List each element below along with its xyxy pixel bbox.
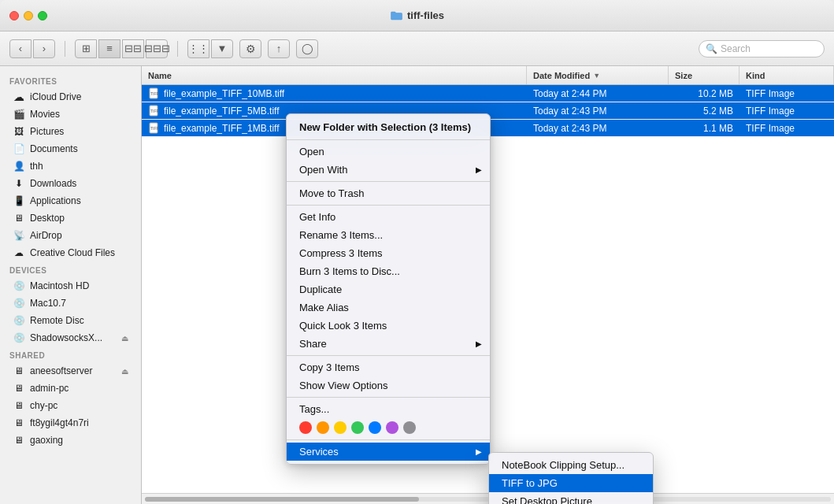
- context-menu-burn[interactable]: Burn 3 Items to Disc...: [287, 262, 490, 280]
- file-cell-date-1: Today at 2:44 PM: [527, 88, 669, 99]
- context-menu-share[interactable]: Share: [287, 335, 490, 353]
- sidebar-item-downloads[interactable]: ⬇ Downloads: [3, 175, 138, 192]
- sidebar-item-applications[interactable]: 📱 Applications: [3, 192, 138, 209]
- sidebar-item-desktop[interactable]: 🖥 Desktop: [3, 209, 138, 227]
- new-folder-label: New Folder with Selection (3 Items): [299, 121, 471, 133]
- file-cell-name-1: TIFF file_example_TIFF_10MB.tiff: [142, 87, 527, 100]
- file-cell-size-3: 1.1 MB: [669, 123, 739, 134]
- macintosh-hd-icon: 💿: [13, 280, 25, 292]
- sidebar-item-airdrop[interactable]: 📡 AirDrop: [3, 227, 138, 244]
- sidebar-item-remote-disc[interactable]: 💿 Remote Disc: [3, 312, 138, 329]
- sidebar-item-documents[interactable]: 📄 Documents: [3, 140, 138, 158]
- eject-icon-aneesoftserver[interactable]: ⏏: [121, 367, 128, 376]
- context-menu-make-alias[interactable]: Make Alias: [287, 298, 490, 317]
- view-extra-button[interactable]: ⋮⋮: [187, 39, 209, 58]
- aneesoftserver-icon: 🖥: [13, 365, 25, 377]
- sidebar-item-thh[interactable]: 👤 thh: [3, 158, 138, 175]
- tag-gray[interactable]: [403, 421, 416, 434]
- sidebar-label-documents: Documents: [30, 143, 78, 154]
- context-menu-copy[interactable]: Copy 3 Items: [287, 358, 490, 376]
- search-box[interactable]: 🔍 Search: [699, 40, 825, 57]
- share-button[interactable]: ↑: [268, 39, 290, 58]
- submenu-set-desktop[interactable]: Set Desktop Picture: [489, 492, 653, 504]
- view-list-button[interactable]: ≡: [98, 39, 120, 58]
- burn-label: Burn 3 Items to Disc...: [299, 265, 400, 277]
- action-button[interactable]: ⚙: [239, 39, 261, 58]
- col-header-kind[interactable]: Kind: [739, 66, 834, 84]
- file-cell-kind-1: TIFF Image: [739, 88, 834, 99]
- tag-yellow[interactable]: [334, 421, 347, 434]
- scrollbar-thumb[interactable]: [145, 497, 419, 502]
- sidebar-item-pictures[interactable]: 🖼 Pictures: [3, 123, 138, 140]
- submenu-notebook-clipping[interactable]: NoteBook Clipping Setup...: [489, 456, 653, 474]
- compress-label: Compress 3 Items: [299, 247, 382, 259]
- col-kind-label: Kind: [746, 71, 765, 80]
- open-with-label: Open With: [299, 164, 347, 176]
- view-buttons: ⊞ ≡ ⊟⊟ ⊟⊟⊟: [75, 39, 168, 58]
- col-header-size[interactable]: Size: [669, 66, 739, 84]
- svg-text:TIFF: TIFF: [150, 91, 159, 96]
- sidebar-item-admin-pc[interactable]: 🖥 admin-pc: [3, 380, 138, 397]
- view-icon-button[interactable]: ⊞: [75, 39, 97, 58]
- sidebar-item-mac10-7[interactable]: 💿 Mac10.7: [3, 295, 138, 312]
- sidebar-item-gaoxing[interactable]: 🖥 gaoxing: [3, 432, 138, 449]
- tag-green[interactable]: [351, 421, 364, 434]
- copy-label: Copy 3 Items: [299, 361, 360, 373]
- tag-orange[interactable]: [317, 421, 329, 434]
- submenu-tiff-to-jpg[interactable]: TIFF to JPG: [489, 474, 653, 492]
- context-menu-move-trash[interactable]: Move to Trash: [287, 184, 490, 202]
- col-header-name[interactable]: Name: [142, 66, 527, 84]
- set-desktop-label: Set Desktop Picture: [502, 495, 592, 504]
- context-menu-services[interactable]: Services: [287, 443, 490, 461]
- sidebar-label-creative-cloud: Creative Cloud Files: [30, 247, 115, 258]
- eject-icon-shadowsocks[interactable]: ⏏: [121, 334, 128, 343]
- sidebar-item-movies[interactable]: 🎬 Movies: [3, 106, 138, 123]
- back-button[interactable]: ‹: [9, 39, 32, 58]
- context-menu-new-folder[interactable]: New Folder with Selection (3 Items): [287, 117, 490, 137]
- sidebar: Favorites ☁ iCloud Drive 🎬 Movies 🖼 Pict…: [0, 66, 142, 504]
- tag-purple[interactable]: [386, 421, 398, 434]
- sidebar-label-admin-pc: admin-pc: [30, 383, 69, 394]
- get-info-label: Get Info: [299, 211, 335, 223]
- col-size-label: Size: [675, 71, 692, 80]
- sidebar-label-pictures: Pictures: [30, 126, 64, 137]
- maximize-button[interactable]: [38, 11, 47, 20]
- context-menu-tags[interactable]: Tags...: [287, 400, 490, 418]
- context-menu-compress[interactable]: Compress 3 Items: [287, 244, 490, 262]
- sidebar-item-macintosh-hd[interactable]: 💿 Macintosh HD: [3, 277, 138, 295]
- sidebar-item-aneesoftserver[interactable]: 🖥 aneesoftserver ⏏: [3, 362, 138, 380]
- context-menu-open-with[interactable]: Open With: [287, 161, 490, 179]
- close-button[interactable]: [9, 11, 19, 20]
- desktop-icon: 🖥: [13, 212, 25, 224]
- search-icon: 🔍: [706, 43, 717, 54]
- sidebar-item-creative-cloud[interactable]: ☁ Creative Cloud Files: [3, 244, 138, 261]
- context-menu-duplicate[interactable]: Duplicate: [287, 280, 490, 298]
- sidebar-item-chy-pc[interactable]: 🖥 chy-pc: [3, 397, 138, 414]
- minimize-button[interactable]: [24, 11, 33, 20]
- sidebar-item-shadowsocks[interactable]: 💿 ShadowsocksX... ⏏: [3, 329, 138, 346]
- file-cell-size-2: 5.2 MB: [669, 106, 739, 117]
- sidebar-item-icloud-drive[interactable]: ☁ iCloud Drive: [3, 88, 138, 106]
- context-menu-get-info[interactable]: Get Info: [287, 208, 490, 226]
- tag-red[interactable]: [299, 421, 312, 434]
- movies-icon: 🎬: [13, 108, 25, 120]
- downloads-icon: ⬇: [13, 177, 25, 190]
- tag-button[interactable]: ◯: [296, 39, 318, 58]
- file-cell-size-1: 10.2 MB: [669, 88, 739, 99]
- table-row[interactable]: TIFF file_example_TIFF_10MB.tiff Today a…: [142, 85, 834, 102]
- make-alias-label: Make Alias: [299, 302, 349, 313]
- sidebar-item-ft8ygil[interactable]: 🖥 ft8ygil4gt4n7ri: [3, 414, 138, 432]
- context-menu-quick-look[interactable]: Quick Look 3 Items: [287, 317, 490, 335]
- view-column-button[interactable]: ⊟⊟: [122, 39, 144, 58]
- view-cover-button[interactable]: ⊟⊟⊟: [146, 39, 168, 58]
- context-menu-show-view-options[interactable]: Show View Options: [287, 376, 490, 395]
- context-menu-open[interactable]: Open: [287, 143, 490, 161]
- move-trash-label: Move to Trash: [299, 187, 364, 199]
- context-menu-rename[interactable]: Rename 3 Items...: [287, 226, 490, 244]
- view-dropdown-button[interactable]: ▼: [211, 39, 233, 58]
- airdrop-icon: 📡: [13, 229, 25, 242]
- tag-blue[interactable]: [369, 421, 381, 434]
- forward-button[interactable]: ›: [33, 39, 55, 58]
- col-header-date[interactable]: Date Modified ▼: [527, 66, 669, 84]
- toolbar-separator-2: [177, 41, 178, 57]
